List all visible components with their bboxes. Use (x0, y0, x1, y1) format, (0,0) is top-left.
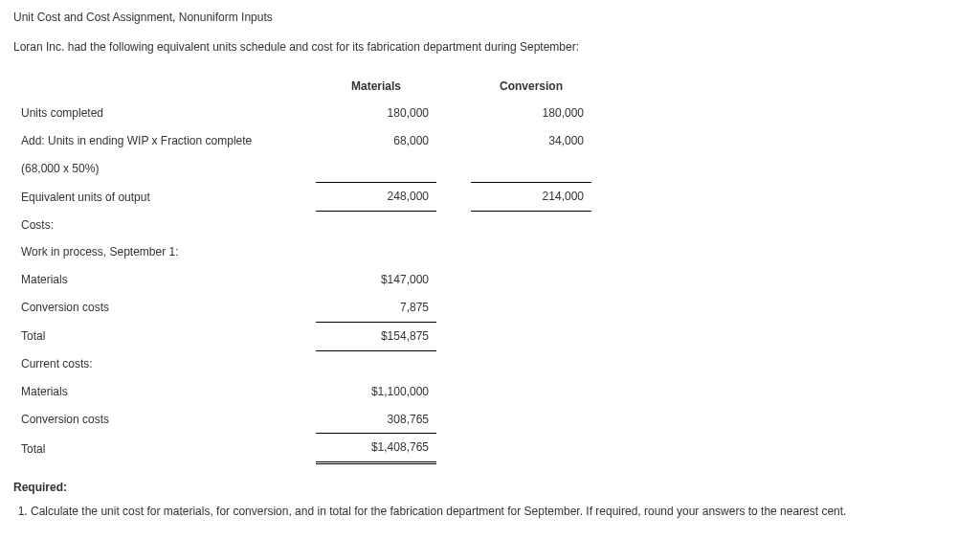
row-wip-total-label: Total (13, 322, 316, 350)
row-wip-total-val: $154,875 (316, 322, 436, 350)
row-current-materials-val: $1,100,000 (316, 378, 436, 406)
answer-inputs: Unit materials cost $ Unit conversion co… (13, 533, 314, 539)
row-add-wip-conv: 34,000 (471, 127, 591, 155)
row-current-costs-label: Current costs: (13, 350, 316, 378)
row-current-total-val: $1,408,765 (316, 434, 436, 463)
dollar-sign: $ (220, 535, 241, 539)
row-current-total-label: Total (13, 434, 316, 463)
row-costs-label: Costs: (13, 212, 316, 239)
requirement-1: Calculate the unit cost for materials, f… (31, 504, 967, 520)
row-wip-materials-label: Materials (13, 266, 316, 294)
row-wip-conversion-val: 7,875 (316, 294, 436, 322)
row-wip-conversion-label: Conversion costs (13, 294, 316, 322)
row-units-completed-mat: 180,000 (316, 100, 436, 127)
row-equiv-units-conv: 214,000 (471, 183, 591, 212)
intro-text: Loran Inc. had the following equivalent … (13, 39, 967, 56)
col-header-materials: Materials (316, 73, 436, 101)
row-add-wip-label: Add: Units in ending WIP x Fraction comp… (13, 127, 316, 155)
row-equiv-units-label: Equivalent units of output (13, 183, 316, 212)
row-units-completed-conv: 180,000 (471, 100, 591, 127)
row-units-completed-label: Units completed (13, 100, 316, 127)
page-title: Unit Cost and Cost Assignment, Nonunifor… (13, 10, 967, 26)
row-current-materials-label: Materials (13, 378, 316, 406)
row-add-wip-mat: 68,000 (316, 127, 436, 155)
col-header-conversion: Conversion (471, 73, 591, 101)
required-label: Required: (13, 480, 967, 496)
schedule-table: Materials Conversion Units completed 180… (13, 73, 591, 465)
row-current-conversion-label: Conversion costs (13, 406, 316, 434)
row-wip-materials-val: $147,000 (316, 266, 436, 294)
row-current-conversion-val: 308,765 (316, 406, 436, 434)
row-equiv-units-mat: 248,000 (316, 183, 436, 212)
unit-materials-cost-label: Unit materials cost (15, 535, 218, 539)
row-fraction-note: (68,000 x 50%) (13, 155, 316, 183)
row-wip-sept1-label: Work in process, September 1: (13, 238, 316, 266)
